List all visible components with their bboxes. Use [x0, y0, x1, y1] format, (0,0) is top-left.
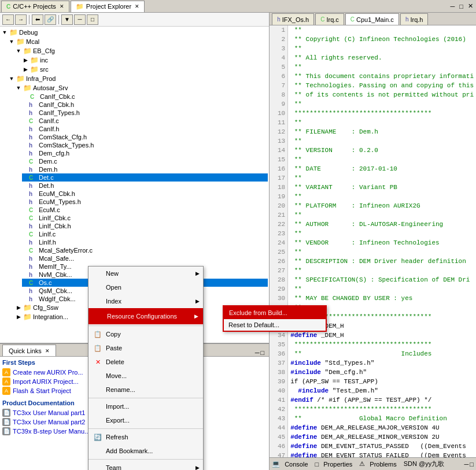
tree-item[interactable]: h Dem.h — [22, 165, 268, 173]
tree-item[interactable]: ▶ 📁 inc — [22, 55, 268, 65]
menu-item-label: Export... — [106, 417, 130, 424]
submenu-resource-config[interactable]: Exclude from Build... Reset to Default..… — [223, 305, 327, 332]
submenu-item-reset[interactable]: Reset to Default... — [224, 319, 326, 331]
tree-item[interactable]: ▶ 📁 src — [22, 65, 268, 74]
editor-tab-cpu1-main[interactable]: C Cpu1_Main.c — [345, 13, 399, 25]
maximize-console-btn[interactable]: □ — [470, 461, 474, 468]
tree-item[interactable]: h EcuM_Cbk.h — [22, 190, 268, 198]
link-label: TC3xx User Manual part2 — [13, 419, 85, 425]
folder-icon: 📁 — [30, 56, 38, 64]
editor-tab-irq-h[interactable]: h Irq.h — [400, 13, 429, 25]
menu-item-refresh[interactable]: 🔄 Refresh — [88, 430, 203, 444]
folder-icon: 📁 — [16, 75, 24, 83]
menu-item-label: Move... — [106, 372, 127, 379]
menu-item-label: Open — [106, 284, 121, 291]
close-btn[interactable]: ✕ — [466, 2, 475, 10]
tree-item[interactable]: ▼ 📁 EB_Cfg — [15, 46, 268, 55]
separator — [88, 428, 203, 429]
aurix-icon: A — [2, 368, 10, 376]
new-icon — [93, 269, 102, 278]
back-btn[interactable]: ← — [2, 14, 14, 25]
tree-item-label: CanIf_Cbk.c — [40, 93, 75, 100]
menu-item-rename[interactable]: Rename... — [88, 383, 203, 397]
tab-project-explorer[interactable]: 📁 Project Explorer ✕ — [71, 1, 145, 12]
tree-item[interactable]: C Dem.c — [22, 157, 268, 165]
sdn-tab[interactable]: SDN @yy九歌 — [404, 460, 444, 468]
console-tab[interactable]: Console — [285, 461, 308, 468]
tree-item[interactable]: h CanIf_Cbk.h — [22, 101, 268, 109]
tree-item[interactable]: C LinIf.c — [22, 230, 268, 238]
tree-item[interactable]: h LinIf_Cbk.h — [22, 222, 268, 230]
tree-item-label: CanIf.h — [39, 125, 59, 132]
menu-item-label: Rename... — [106, 386, 135, 393]
tree-item[interactable]: h ComStack_Types.h — [22, 141, 268, 149]
tree-item[interactable]: C CanIf.c — [22, 117, 268, 125]
menu-item-resource-config[interactable]: Resource Configurations ▶ — [88, 308, 203, 324]
minimize-icon[interactable]: ─ — [255, 349, 260, 356]
move-icon — [93, 371, 102, 380]
close-icon[interactable]: ✕ — [45, 348, 50, 354]
tree-item[interactable]: h CanIf.h — [22, 125, 268, 133]
tree-item[interactable]: h Mcal_Safe... — [22, 254, 268, 262]
file-c-icon: C — [29, 247, 37, 254]
close-icon[interactable]: ✕ — [60, 3, 64, 9]
tab-cpp-projects[interactable]: C C/C++ Projects ✕ — [1, 1, 69, 12]
minimize-console-btn[interactable]: ─ — [464, 461, 469, 468]
quick-links-tab[interactable]: Quick Links ✕ — [2, 345, 56, 356]
tree-item[interactable]: ▼ 📁 Autosar_Srv — [15, 83, 268, 92]
tree-item-label: CanIf.c — [39, 117, 59, 124]
menu-item-open[interactable]: Open — [88, 280, 203, 294]
menu-btn[interactable]: ▼ — [61, 14, 73, 25]
minimize-btn[interactable]: ─ — [449, 3, 457, 10]
context-menu[interactable]: New ▶ Open Index ▶ Resource Configuratio… — [88, 266, 204, 470]
menu-item-label: Refresh — [106, 434, 128, 441]
toggle-icon: ▶ — [22, 57, 29, 64]
tree-item-label: Det.h — [39, 182, 54, 189]
menu-item-move[interactable]: Move... — [88, 369, 203, 383]
toggle-icon: ▼ — [8, 38, 15, 45]
tree-item[interactable]: h Dem_cfg.h — [22, 149, 268, 157]
tree-item-label: ComStack_Cfg.h — [39, 134, 87, 140]
properties-tab[interactable]: □ — [315, 461, 319, 468]
tree-item-det-c[interactable]: C Det.c — [22, 173, 268, 182]
tree-item[interactable]: h CanIf_Types.h — [22, 109, 268, 117]
file-h-icon: h — [29, 256, 37, 262]
tree-item[interactable]: C CanIf_Cbk.c — [22, 92, 268, 101]
tree-item[interactable]: C EcuM.c — [22, 206, 268, 214]
menu-item-new[interactable]: New ▶ — [88, 267, 203, 280]
forward-btn[interactable]: → — [15, 14, 27, 25]
menu-item-paste[interactable]: 📋 Paste — [88, 341, 203, 355]
tree-item[interactable]: ▼ 📁 Debug — [1, 28, 268, 37]
tree-item[interactable]: ▼ 📁 Infra_Prod — [8, 74, 268, 83]
editor-tab-ifx-os[interactable]: h IFX_Os.h — [272, 13, 314, 25]
maximize-panel-btn[interactable]: □ — [87, 14, 98, 25]
editor-tab-irq-c[interactable]: C Irq.c — [315, 13, 344, 25]
submenu-item-exclude[interactable]: Exclude from Build... — [224, 306, 326, 319]
maximize-icon[interactable]: □ — [260, 349, 264, 356]
tree-item[interactable]: C Mcal_SafetyError.c — [22, 246, 268, 254]
code-editor[interactable]: 1234567891011121314151617181920212223242… — [270, 25, 476, 457]
problems-tab[interactable]: Problems — [370, 461, 396, 468]
menu-item-copy[interactable]: 📋 Copy — [88, 327, 203, 341]
menu-item-index[interactable]: Index ▶ — [88, 294, 203, 308]
menu-item-export[interactable]: Export... — [88, 413, 203, 427]
properties-label[interactable]: Properties — [323, 461, 352, 468]
tree-item[interactable]: C LinIf_Cbk.c — [22, 214, 268, 222]
tree-item[interactable]: h LinIf.h — [22, 238, 268, 246]
tree-item[interactable]: h Det.h — [22, 182, 268, 190]
link-btn[interactable]: 🔗 — [45, 14, 56, 25]
tree-item[interactable]: h EcuM_Types.h — [22, 198, 268, 206]
collapse-btn[interactable]: ⬅ — [32, 14, 43, 25]
menu-item-team[interactable]: Team ▶ — [88, 461, 203, 470]
close-icon[interactable]: ✕ — [135, 3, 139, 9]
menu-item-import[interactable]: Import... — [88, 399, 203, 413]
maximize-btn[interactable]: □ — [457, 3, 465, 10]
tree-item-label: CanIf_Types.h — [39, 109, 80, 116]
tree-item[interactable]: h ComStack_Cfg.h — [22, 133, 268, 141]
line-numbers: 1234567891011121314151617181920212223242… — [270, 25, 288, 457]
menu-item-delete[interactable]: ✕ Delete — [88, 355, 203, 369]
tree-item[interactable]: ▼ 📁 Mcal — [8, 37, 268, 46]
tree-item-label: src — [40, 66, 49, 73]
menu-item-add-bookmark[interactable]: Add Bookmark... — [88, 444, 203, 458]
minimize-panel-btn[interactable]: ─ — [74, 14, 86, 25]
